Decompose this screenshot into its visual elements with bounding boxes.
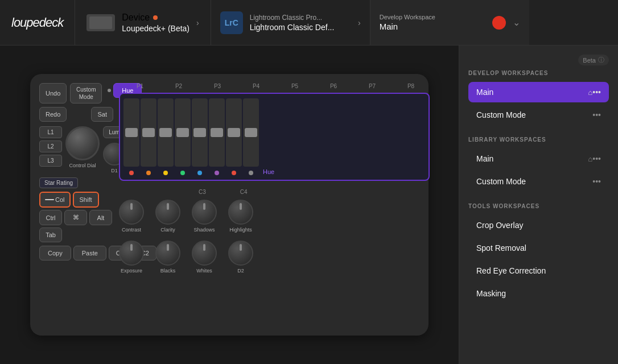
develop-chevron-icon[interactable]: ⌄ [513, 17, 520, 28]
paste-button[interactable]: Paste [73, 246, 106, 260]
slider-p8[interactable] [243, 98, 259, 175]
slider-track-p6[interactable] [209, 98, 225, 167]
slider-p6[interactable] [209, 98, 225, 175]
library-workspace-custom-more[interactable]: ••• [592, 177, 601, 186]
slider-track-p5[interactable] [192, 98, 208, 167]
p8-label: P8 [392, 83, 430, 89]
device-section[interactable]: Device Loupedeck+ (Beta) › [75, 0, 210, 45]
col-label: Col [55, 196, 65, 203]
c3-label: C3 [199, 189, 206, 195]
library-workspace-main-label: Main [476, 154, 584, 163]
library-workspaces-section: LIBRARY WORKSPACES Main ⌂ ••• Custom Mod… [468, 136, 609, 192]
device-body: Undo CustomMode Hue Redo [30, 74, 429, 336]
device-label: Device Loupedeck+ (Beta) [122, 13, 189, 33]
l2-button[interactable]: L2 [39, 140, 62, 152]
slider-dot-p5 [197, 171, 202, 175]
tools-workspace-masking[interactable]: Masking [468, 283, 609, 304]
clarity-group: Clarity [155, 200, 180, 233]
device-label-top-row: Device [122, 13, 189, 23]
lr-chevron-icon: › [358, 18, 361, 27]
slider-dot-p6 [215, 171, 219, 175]
topbar: loupedeck Device Loupedeck+ (Beta) › LrC… [0, 0, 618, 46]
slider-dot-p7 [232, 171, 236, 175]
sat-button[interactable]: Sat [91, 107, 113, 122]
slider-thumb-p1 [125, 128, 138, 137]
l3-button[interactable]: L3 [39, 155, 62, 167]
slider-track-p2[interactable] [141, 98, 156, 167]
slider-p3[interactable] [158, 98, 174, 175]
shift-button[interactable]: Shift [73, 192, 99, 208]
highlights-knob[interactable] [228, 200, 253, 225]
blacks-label: Blacks [160, 268, 176, 274]
slider-p1[interactable] [123, 98, 139, 175]
p5-label: P5 [276, 83, 314, 89]
undo-button[interactable]: Undo [39, 83, 67, 104]
tools-workspaces-title: TOOLS WORKSPACES [468, 203, 609, 209]
library-workspace-main-more[interactable]: ••• [592, 154, 601, 163]
control-dial[interactable] [65, 126, 100, 160]
slider-dot-p4 [180, 171, 185, 175]
slider-track-p4[interactable] [175, 98, 191, 167]
p7-label: P7 [353, 83, 391, 89]
tools-workspace-redeye[interactable]: Red Eye Correction [468, 260, 609, 281]
slider-track-p7[interactable] [226, 98, 242, 167]
exposure-knob[interactable] [119, 241, 144, 266]
slider-track-p1[interactable] [123, 98, 139, 167]
slider-p7[interactable] [226, 98, 242, 175]
clarity-knob[interactable] [155, 200, 180, 225]
device-status-dot [153, 15, 158, 20]
library-workspace-main[interactable]: Main ⌂ ••• [468, 148, 609, 169]
dropdown-panel: Beta ⓘ DEVELOP WORKSPACES Main ⌂ ••• Cus… [459, 46, 618, 364]
d2-label: D2 [237, 268, 244, 274]
c4-label: C4 [240, 189, 248, 195]
lr-section[interactable]: LrC Lightroom Classic Pro... Lightroom C… [211, 0, 370, 45]
develop-workspace-main-home-icon: ⌂ [588, 88, 592, 97]
redo-button[interactable]: Redo [39, 107, 67, 122]
device-panel: Undo CustomMode Hue Redo [0, 46, 459, 364]
contrast-knob[interactable] [119, 200, 144, 225]
alt-button[interactable]: Alt [89, 210, 112, 225]
develop-section[interactable]: Develop Workspace Main ⌄ [370, 0, 529, 45]
col-button[interactable]: Col [39, 192, 71, 208]
slider-track-p3[interactable] [158, 98, 174, 167]
p6-label: P6 [315, 83, 352, 89]
blacks-knob[interactable] [155, 241, 180, 266]
develop-workspace-custom-label: Custom Mode [476, 110, 592, 119]
tools-workspace-crop[interactable]: Crop Overlay [468, 215, 609, 235]
shadows-knob[interactable] [192, 200, 217, 225]
slider-p5[interactable] [192, 98, 208, 175]
library-workspaces-title: LIBRARY WORKSPACES [468, 136, 609, 143]
beta-info-icon[interactable]: ⓘ [598, 56, 604, 64]
p1-label: P1 [121, 83, 159, 89]
d2-knob[interactable] [228, 241, 253, 266]
contrast-label: Contrast [122, 227, 141, 233]
tab-button[interactable]: Tab [39, 228, 62, 242]
slider-p4[interactable] [175, 98, 191, 175]
contrast-group: Contrast [119, 200, 144, 233]
tools-workspace-spot[interactable]: Spot Removal [468, 238, 609, 258]
hue-sliders-panel: Hue [119, 93, 430, 181]
develop-workspace-custom-more[interactable]: ••• [592, 110, 601, 119]
l1-button[interactable]: L1 [39, 126, 62, 138]
ctrl-button[interactable]: Ctrl [39, 210, 62, 225]
develop-workspace-main[interactable]: Main ⌂ ••• [468, 82, 609, 102]
blacks-group: Blacks [155, 241, 180, 274]
slider-track-p8[interactable] [243, 98, 259, 167]
develop-workspace-main-more[interactable]: ••• [592, 88, 601, 97]
device-label-top: Device [122, 13, 150, 23]
cmd-button[interactable]: ⌘ [64, 210, 87, 225]
library-workspace-main-home-icon: ⌂ [588, 155, 592, 163]
whites-knob[interactable] [192, 241, 217, 266]
slider-dot-p2 [146, 171, 151, 175]
main-content: Undo CustomMode Hue Redo [0, 46, 618, 364]
slider-p2[interactable] [141, 98, 156, 175]
custom-mode-button[interactable]: CustomMode [70, 83, 102, 104]
copy-button[interactable]: Copy [39, 246, 71, 260]
highlights-group: Highlights [228, 200, 253, 233]
whites-group: Whites [192, 241, 217, 274]
control-dial-label: Control Dial [69, 163, 96, 168]
library-workspace-custom[interactable]: Custom Mode ••• [468, 171, 609, 192]
device-thumb-inner [89, 16, 112, 29]
develop-status-dot [492, 16, 506, 30]
develop-workspace-custom[interactable]: Custom Mode ••• [468, 105, 609, 125]
